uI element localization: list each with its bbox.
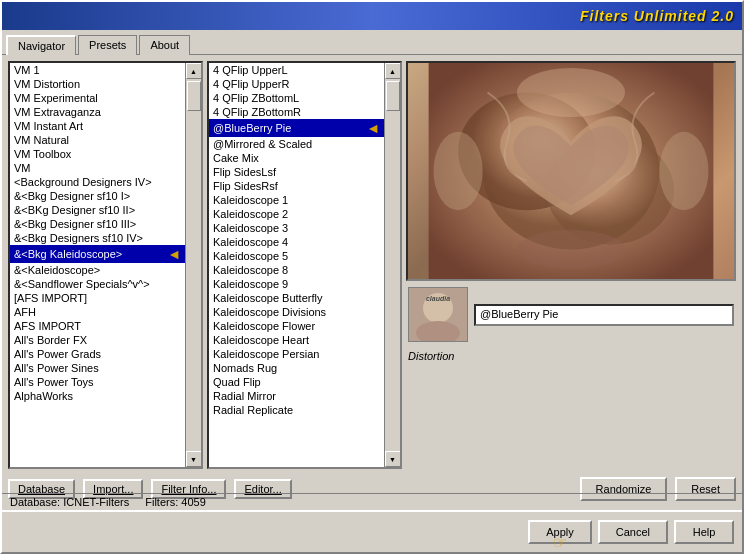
cursor-hand-icon: ☞ <box>553 533 567 552</box>
svg-text:claudia: claudia <box>426 295 450 302</box>
list-item[interactable]: 4 QFlip UpperL <box>209 63 384 77</box>
list-item[interactable]: VM Experimental <box>10 91 185 105</box>
content-area: VM 1 VM Distortion VM Experimental VM Ex… <box>2 55 742 475</box>
list-item[interactable]: Kaleidoscope 1 <box>209 193 384 207</box>
list-item[interactable]: All's Power Sines <box>10 361 185 375</box>
list-item[interactable]: 4 QFlip ZBottomL <box>209 91 384 105</box>
preview-svg <box>408 63 734 279</box>
scroll-down-btn[interactable]: ▼ <box>385 451 401 467</box>
list-item[interactable]: VM Toolbox <box>10 147 185 161</box>
list-item[interactable]: &<Sandflower Specials^v^> <box>10 277 185 291</box>
list-item[interactable]: VM Distortion <box>10 77 185 91</box>
list-item[interactable]: All's Power Grads <box>10 347 185 361</box>
author-thumbnail: claudia <box>408 287 468 342</box>
status-bar: Database: ICNET-Filters Filters: 4059 <box>2 493 742 510</box>
list-item[interactable]: Kaleidoscope Divisions <box>209 305 384 319</box>
scroll-thumb[interactable] <box>386 81 400 111</box>
filter-name-display: @BlueBerry Pie <box>474 304 734 326</box>
tab-presets[interactable]: Presets <box>78 35 137 55</box>
scroll-up-btn[interactable]: ▲ <box>385 63 401 79</box>
list-item[interactable]: VM Instant Art <box>10 119 185 133</box>
tab-navigator[interactable]: Navigator <box>6 35 76 55</box>
tab-about[interactable]: About <box>139 35 190 55</box>
title-bar: Filters Unlimited 2.0 <box>2 2 742 30</box>
list-item[interactable]: Kaleidoscope 2 <box>209 207 384 221</box>
list-item[interactable]: Radial Replicate <box>209 403 384 417</box>
distortion-label: Distortion <box>408 348 454 364</box>
preview-image <box>406 61 736 281</box>
svg-point-4 <box>517 68 625 117</box>
list-item[interactable]: &<Kaleidoscope> <box>10 263 185 277</box>
arrow-icon: ◄ <box>366 120 380 136</box>
list-item[interactable]: Quad Flip <box>209 375 384 389</box>
list-item[interactable]: Flip SidesLsf <box>209 165 384 179</box>
distortion-area: Distortion <box>406 348 736 364</box>
cancel-button[interactable]: Cancel <box>598 520 668 544</box>
middle-list-content: 4 QFlip UpperL 4 QFlip UpperR 4 QFlip ZB… <box>209 63 384 467</box>
list-item[interactable]: 4 QFlip ZBottomR <box>209 105 384 119</box>
left-scrollbar[interactable]: ▲ ▼ <box>185 63 201 467</box>
title-text: Filters Unlimited 2.0 <box>580 8 734 24</box>
list-item[interactable]: AlphaWorks <box>10 389 185 403</box>
list-item[interactable]: AFS IMPORT <box>10 319 185 333</box>
list-item[interactable]: Kaleidoscope 9 <box>209 277 384 291</box>
action-bar: Apply ☞ Cancel Help <box>2 510 742 552</box>
middle-list-panel[interactable]: 4 QFlip UpperL 4 QFlip UpperR 4 QFlip ZB… <box>207 61 402 469</box>
list-item[interactable]: Radial Mirror <box>209 389 384 403</box>
list-item[interactable]: Kaleidoscope Persian <box>209 347 384 361</box>
apply-button-wrapper: Apply ☞ <box>528 520 592 544</box>
list-item[interactable]: Kaleidoscope 3 <box>209 221 384 235</box>
arrow-icon: ◄ <box>167 246 181 262</box>
list-item[interactable]: &<Bkg Designer sf10 I> <box>10 189 185 203</box>
list-item[interactable]: All's Border FX <box>10 333 185 347</box>
left-list-content: VM 1 VM Distortion VM Experimental VM Ex… <box>10 63 185 467</box>
left-list-panel[interactable]: VM 1 VM Distortion VM Experimental VM Ex… <box>8 61 203 469</box>
list-item-selected[interactable]: @BlueBerry Pie ◄ <box>209 119 384 137</box>
list-item[interactable]: <Background Designers IV> <box>10 175 185 189</box>
filters-status: Filters: 4059 <box>145 496 206 508</box>
list-item[interactable]: &<BKg Designer sf10 II> <box>10 203 185 217</box>
list-item[interactable]: &<Bkg Designer sf10 III> <box>10 217 185 231</box>
main-window: Filters Unlimited 2.0 Navigator Presets … <box>0 0 744 554</box>
list-item[interactable]: Flip SidesRsf <box>209 179 384 193</box>
list-item[interactable]: 4 QFlip UpperR <box>209 77 384 91</box>
list-item[interactable]: Kaleidoscope 8 <box>209 263 384 277</box>
scroll-down-btn[interactable]: ▼ <box>186 451 202 467</box>
author-image: claudia <box>409 288 467 341</box>
middle-scrollbar[interactable]: ▲ ▼ <box>384 63 400 467</box>
database-status: Database: ICNET-Filters <box>10 496 129 508</box>
list-item-selected[interactable]: &<Bkg Kaleidoscope> ◄ <box>10 245 185 263</box>
scroll-thumb[interactable] <box>187 81 201 111</box>
list-item[interactable]: VM 1 <box>10 63 185 77</box>
list-item[interactable]: Kaleidoscope Heart <box>209 333 384 347</box>
svg-point-6 <box>434 132 483 211</box>
list-item[interactable]: AFH <box>10 305 185 319</box>
help-button[interactable]: Help <box>674 520 734 544</box>
tabs-bar: Navigator Presets About <box>2 30 742 55</box>
right-panel: claudia @BlueBerry Pie Distortion <box>406 61 736 469</box>
list-item[interactable]: All's Power Toys <box>10 375 185 389</box>
svg-point-5 <box>517 230 625 269</box>
list-item[interactable]: [AFS IMPORT] <box>10 291 185 305</box>
info-bar: claudia @BlueBerry Pie <box>406 285 736 344</box>
list-item[interactable]: VM <box>10 161 185 175</box>
svg-point-7 <box>659 132 708 211</box>
scroll-up-btn[interactable]: ▲ <box>186 63 202 79</box>
list-item[interactable]: &<Bkg Designers sf10 IV> <box>10 231 185 245</box>
list-item[interactable]: VM Extravaganza <box>10 105 185 119</box>
list-item[interactable]: Kaleidoscope 5 <box>209 249 384 263</box>
list-item[interactable]: Cake Mix <box>209 151 384 165</box>
list-item[interactable]: Kaleidoscope 4 <box>209 235 384 249</box>
list-item[interactable]: VM Natural <box>10 133 185 147</box>
list-item[interactable]: Kaleidoscope Flower <box>209 319 384 333</box>
list-item[interactable]: @Mirrored & Scaled <box>209 137 384 151</box>
list-item[interactable]: Kaleidoscope Butterfly <box>209 291 384 305</box>
list-item[interactable]: Nomads Rug <box>209 361 384 375</box>
